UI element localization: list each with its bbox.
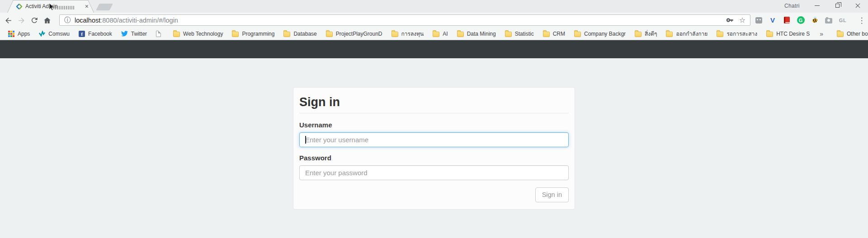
sign-in-button[interactable]: Sign in — [535, 187, 569, 202]
reload-icon — [30, 16, 38, 24]
camera-glyph — [825, 18, 832, 23]
minimize-icon — [815, 5, 820, 6]
username-field-group: Username — [299, 121, 569, 147]
bookmark-folder-exercise[interactable]: ออกกำลังกาย — [661, 28, 712, 40]
password-key-icon[interactable] — [726, 16, 734, 24]
bookmark-folder-programming[interactable]: Programming — [227, 28, 279, 40]
bee-glyph — [811, 17, 818, 23]
folder-icon — [837, 32, 844, 37]
bookmark-folder-web-technology[interactable]: Web Technology — [169, 28, 227, 40]
restore-icon — [835, 4, 840, 8]
page-content: Sign in Username Password Sign in — [0, 40, 868, 220]
activiti-favicon-icon — [16, 4, 22, 9]
browser-tab[interactable]: Activiti Admin × — [7, 0, 94, 13]
bookmark-twitter[interactable]: Twitter — [117, 28, 151, 40]
folder-icon — [717, 32, 723, 37]
restore-button[interactable] — [827, 0, 848, 11]
extension-camera-icon[interactable] — [824, 16, 833, 25]
facebook-icon: f — [79, 31, 85, 37]
bookmark-comswu[interactable]: Comswu — [34, 28, 74, 40]
folder-icon — [505, 32, 512, 37]
new-tab-button[interactable] — [96, 4, 113, 10]
bookmark-folder-statistic[interactable]: Statistic — [500, 28, 538, 40]
address-bar[interactable]: ⓘ localhost:8080/activiti-admin/#/login … — [59, 14, 750, 26]
bookmark-folder-projectplayground[interactable]: ProjectPlayGrounD — [321, 28, 387, 40]
username-label: Username — [299, 121, 569, 130]
titlebar: Activiti Admin × Chatri — [0, 0, 868, 13]
bookmarks-bar: Apps Comswu fFacebook Twitter Web Techno… — [0, 28, 868, 40]
extension-v-icon[interactable]: V — [768, 16, 777, 25]
password-field-group: Password — [299, 154, 569, 180]
profile-name[interactable]: Chatri — [784, 3, 800, 9]
bookmark-untitled-page[interactable] — [151, 28, 169, 40]
window-controls — [807, 0, 868, 11]
sign-in-card: Sign in Username Password Sign in — [293, 87, 575, 210]
bookmark-facebook[interactable]: fFacebook — [74, 28, 117, 40]
text-caret — [305, 136, 306, 144]
bookmark-folder-ai[interactable]: AI — [428, 28, 452, 40]
activiti-app-header — [0, 40, 868, 58]
page-info-icon[interactable]: ⓘ — [64, 16, 71, 24]
minimize-button[interactable] — [807, 0, 827, 11]
twitter-icon — [121, 30, 128, 37]
sign-in-title: Sign in — [299, 94, 569, 110]
extension-red-book-icon[interactable] — [782, 16, 791, 25]
comswu-favicon-icon — [39, 31, 45, 37]
tab-close-icon[interactable]: × — [84, 3, 90, 9]
apps-grid-icon — [8, 31, 14, 37]
bookmark-folder-htc-desire-s[interactable]: HTC Desire S — [762, 28, 814, 40]
gl-glyph: GL — [839, 18, 846, 23]
bookmark-folder-company-background[interactable]: Company Backgroun — [570, 28, 630, 40]
robot-glyph — [755, 17, 762, 23]
extension-robot-icon[interactable] — [754, 16, 763, 25]
browser-window: Activiti Admin × Chatri — [0, 0, 868, 238]
bookmark-star-icon[interactable]: ☆ — [739, 16, 745, 24]
chrome-menu-button[interactable]: ⋮ — [857, 14, 866, 26]
other-bookmarks-folder[interactable]: Other bookmarks — [832, 28, 868, 40]
back-button[interactable] — [2, 14, 14, 26]
tab-title: Activiti Admin — [25, 3, 81, 9]
folder-icon — [283, 32, 290, 37]
folder-icon — [457, 32, 464, 37]
bookmark-apps[interactable]: Apps — [4, 28, 34, 40]
folder-icon — [326, 32, 333, 37]
folder-icon — [173, 32, 180, 37]
extension-bee-icon[interactable] — [810, 16, 819, 25]
extension-gl-icon[interactable]: GL — [838, 16, 847, 25]
url-rest: :8080/activiti-admin/#/login — [100, 17, 178, 24]
url-text[interactable]: localhost:8080/activiti-admin/#/login — [75, 17, 726, 24]
forward-icon — [17, 16, 26, 25]
home-button[interactable] — [41, 14, 53, 26]
password-input[interactable] — [299, 165, 569, 180]
username-input[interactable] — [299, 132, 569, 147]
bookmark-folder-crm[interactable]: CRM — [538, 28, 570, 40]
bookmark-folder-pending[interactable]: รอการสะสาง — [712, 28, 762, 40]
v-glyph: V — [770, 16, 775, 24]
bookmark-folder-investment[interactable]: การลงทุน — [387, 28, 429, 40]
folder-icon — [433, 32, 439, 37]
bookmark-folder-database[interactable]: Database — [279, 28, 321, 40]
extensions-area: V G GL — [754, 13, 847, 28]
extension-grammarly-icon[interactable]: G — [796, 16, 805, 25]
grammarly-glyph: G — [797, 16, 805, 24]
folder-icon — [232, 32, 239, 37]
bookmark-folder-data-mining[interactable]: Data Mining — [453, 28, 500, 40]
page-icon — [156, 31, 161, 37]
forward-button[interactable] — [15, 14, 27, 26]
folder-icon — [392, 32, 398, 37]
home-icon — [43, 16, 52, 25]
folder-icon — [666, 32, 673, 37]
bookmarks-overflow-chevron-icon[interactable]: » — [814, 30, 829, 37]
folder-icon — [635, 32, 642, 37]
book-glyph — [784, 17, 790, 23]
bookmark-folder-good-things[interactable]: สิ่งดีๆ — [630, 28, 661, 40]
password-label: Password — [299, 154, 569, 163]
title-divider — [299, 113, 569, 113]
reload-button[interactable] — [28, 14, 40, 26]
close-button[interactable] — [848, 0, 868, 11]
folder-icon — [766, 32, 773, 37]
folder-icon — [543, 32, 550, 37]
folder-icon — [574, 32, 581, 37]
close-icon — [855, 3, 860, 8]
back-icon — [4, 16, 13, 25]
